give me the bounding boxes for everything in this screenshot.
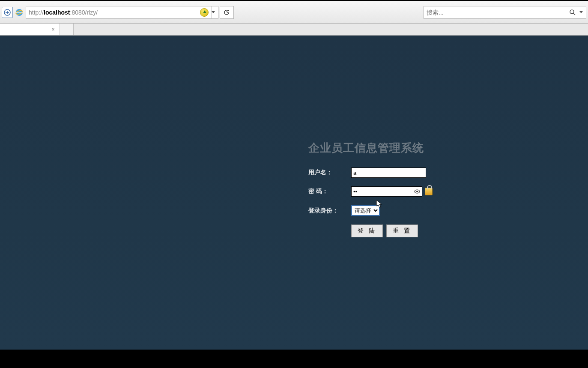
svg-point-6 [570, 10, 574, 14]
reveal-password-button[interactable] [414, 188, 421, 195]
app-title: 企业员工信息管理系统 [308, 141, 450, 156]
svg-rect-5 [16, 12, 23, 13]
addon-indicator-icon[interactable] [200, 8, 209, 17]
browser-search-input[interactable] [427, 9, 568, 16]
svg-line-7 [573, 13, 575, 15]
role-row: 登录身份： 请选择 [308, 205, 450, 216]
refresh-button[interactable] [220, 6, 234, 19]
login-form: 企业员工信息管理系统 用户名： 密 码： 登录身份： [308, 141, 450, 237]
os-taskbar [0, 350, 588, 368]
button-row: 登 陆 重 置 [308, 224, 450, 237]
password-row: 密 码： [308, 186, 450, 197]
browser-tab[interactable]: × [0, 24, 60, 35]
address-bar[interactable]: http://localhost:8080/rlzy/ [26, 6, 218, 19]
ie-logo-icon [15, 8, 24, 17]
username-row: 用户名： [308, 168, 450, 178]
password-label: 密 码： [308, 188, 351, 195]
address-dropdown[interactable] [211, 6, 215, 18]
address-text: http://localhost:8080/rlzy/ [29, 9, 200, 16]
role-label: 登录身份： [308, 207, 351, 215]
magnifier-icon [569, 9, 576, 16]
reset-button[interactable]: 重 置 [386, 224, 418, 237]
role-select[interactable]: 请选择 [351, 205, 380, 216]
credential-manager-button[interactable] [425, 188, 433, 195]
tab-strip: × [0, 24, 588, 36]
target-plus-icon [3, 9, 11, 16]
chevron-down-icon [579, 11, 583, 13]
page-viewport: 企业员工信息管理系统 用户名： 密 码： 登录身份： [0, 36, 588, 350]
username-label: 用户名： [308, 169, 351, 177]
password-input[interactable] [351, 186, 422, 197]
eye-icon [414, 189, 420, 194]
chevron-down-icon [212, 11, 215, 13]
browser-search-bar[interactable] [424, 6, 586, 19]
search-button[interactable] [568, 8, 577, 17]
browser-toolbar: http://localhost:8080/rlzy/ [0, 1, 588, 24]
svg-point-9 [416, 191, 418, 192]
tab-close-button[interactable]: × [50, 27, 56, 33]
new-tab-button[interactable] [60, 24, 74, 35]
search-options-dropdown[interactable] [579, 6, 583, 18]
compat-view-button[interactable] [2, 7, 13, 18]
login-button[interactable]: 登 陆 [351, 224, 383, 237]
username-input[interactable] [351, 168, 426, 178]
refresh-icon [223, 9, 230, 16]
